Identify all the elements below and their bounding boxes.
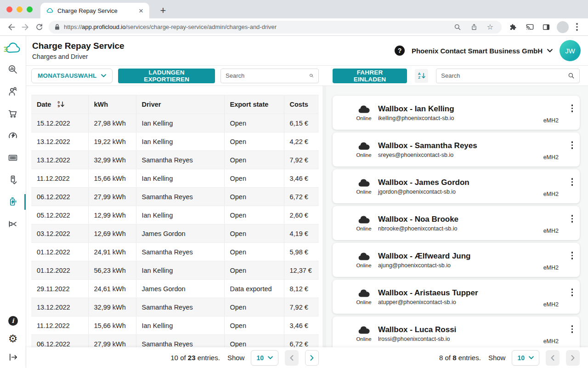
sidebar-item-store[interactable] xyxy=(0,103,26,125)
new-tab-button[interactable]: + xyxy=(157,4,170,17)
table-row[interactable]: 03.12.2022 12,69 kWh James Gordon Open 4… xyxy=(31,224,319,243)
drivers-prev-page-button[interactable] xyxy=(546,350,560,366)
sidebar-item-emma[interactable] xyxy=(0,169,26,191)
toolbar: MONATSAUSWAHL LADUNGEN EXPORTIEREN FAHRE… xyxy=(26,66,588,86)
sidebar-item-connect[interactable] xyxy=(0,213,26,235)
side-panel-button[interactable] xyxy=(539,20,553,34)
charges-scrollbar[interactable] xyxy=(322,86,326,347)
table-row[interactable]: 13.12.2022 32,99 kWh Samantha Reyes Open… xyxy=(31,298,319,316)
driver-card[interactable]: Online Wallbox - James Gordon jgordon@ph… xyxy=(333,169,580,203)
help-button[interactable]: ? xyxy=(395,46,405,56)
reload-button[interactable] xyxy=(32,20,46,34)
tab-close-icon[interactable]: × xyxy=(137,7,145,15)
export-charges-button[interactable]: LADUNGEN EXPORTIEREN xyxy=(118,69,215,83)
card-menu-button[interactable] xyxy=(570,250,575,261)
table-row[interactable]: 06.12.2022 27,99 kWh Samantha Reyes Open… xyxy=(31,335,319,348)
table-row[interactable]: 05.12.2022 12,99 kWh Ian Kelling Open 2,… xyxy=(31,206,319,224)
charges-search-input[interactable] xyxy=(226,72,306,79)
sidebar-item-logout[interactable] xyxy=(8,352,18,362)
avatar-initials: JW xyxy=(565,47,575,55)
extensions-button[interactable] xyxy=(506,20,520,34)
browser-tab[interactable]: Charge Repay Service × xyxy=(40,3,149,18)
window-controls xyxy=(6,6,33,12)
table-row[interactable]: 13.12.2022 32,99 kWh Samantha Reyes Open… xyxy=(31,151,319,169)
sidebar-item-user-management[interactable] xyxy=(0,80,26,103)
table-row[interactable]: 01.12.2022 56,23 kWh Ian Kelling Open 12… xyxy=(31,261,319,280)
wallbox-title: Wallbox - Ian Kelling xyxy=(378,104,580,114)
table-row[interactable]: 01.12.2022 24,91 kWh Samantha Reyes Open… xyxy=(31,243,319,261)
driver-card[interactable]: Online Wallbox - Ælfweard Jung ajung@pho… xyxy=(333,243,580,277)
bookmark-button[interactable]: ☆ xyxy=(484,23,496,31)
browser-action-icons xyxy=(506,20,582,34)
sidebar-item-charge-repay[interactable] xyxy=(0,191,26,213)
drivers-search-input[interactable] xyxy=(441,72,565,79)
card-menu-button[interactable] xyxy=(570,287,575,298)
alpha-sort-button[interactable]: AZ xyxy=(415,69,428,83)
invite-driver-button[interactable]: FAHRER EINLADEN xyxy=(333,69,407,83)
table-row[interactable]: 06.12.2022 27,99 kWh Samantha Reyes Open… xyxy=(31,188,319,206)
wallbox-title: Wallbox - Noa Brooke xyxy=(378,215,580,224)
drivers-next-page-button[interactable] xyxy=(566,350,580,366)
card-menu-button[interactable] xyxy=(570,176,575,188)
star-icon: ☆ xyxy=(487,23,493,31)
table-row[interactable]: 13.12.2022 19,22 kWh Ian Kelling Open 4,… xyxy=(31,132,319,151)
barcode-icon xyxy=(7,152,18,163)
charges-page-size-select[interactable]: 10 xyxy=(251,350,278,366)
browser-menu-button[interactable] xyxy=(572,21,582,33)
profile-avatar[interactable] xyxy=(556,20,570,34)
driver-card[interactable]: Online Wallbox - Samantha Reyes sreyes@p… xyxy=(333,132,580,167)
cell-driver: Samantha Reyes xyxy=(136,298,224,316)
device-check-icon xyxy=(7,174,18,185)
card-status: Online xyxy=(354,178,374,195)
chevron-right-icon xyxy=(310,355,314,361)
table-row[interactable]: 11.12.2022 15,66 kWh Ian Kelling Open 3,… xyxy=(31,169,319,188)
month-select-button[interactable]: MONATSAUSWAHL xyxy=(31,69,113,83)
status-label: Online xyxy=(356,299,371,305)
driver-card[interactable]: Online Wallbox - Noa Brooke nbrooke@phoe… xyxy=(333,206,580,240)
cast-button[interactable] xyxy=(523,20,537,34)
cell-date: 11.12.2022 xyxy=(31,169,88,188)
share-button[interactable] xyxy=(468,23,481,31)
back-button[interactable] xyxy=(5,20,18,34)
card-menu-button[interactable] xyxy=(570,139,575,151)
table-row[interactable]: 11.12.2022 15,66 kWh Ian Kelling Open 3,… xyxy=(31,316,319,335)
sidebar-item-info[interactable]: i xyxy=(8,316,18,326)
table-row[interactable]: 29.11.2022 24,61 kWh James Gordon Data e… xyxy=(31,280,319,298)
wallbox-model: eMH2 xyxy=(543,228,559,234)
window-close-button[interactable] xyxy=(6,6,12,12)
lock-icon xyxy=(54,23,60,30)
card-menu-button[interactable] xyxy=(570,103,575,114)
driver-card[interactable]: Online Wallbox - Ian Kelling ikelling@ph… xyxy=(333,96,580,130)
table-row[interactable]: 15.12.2022 27,98 kWh Ian Kelling Open 6,… xyxy=(31,114,319,132)
card-menu-button[interactable] xyxy=(570,213,575,224)
window-minimize-button[interactable] xyxy=(17,6,23,12)
driver-card[interactable]: Online Wallbox - Luca Rossi lrossi@phoen… xyxy=(333,316,580,347)
cell-costs: 6,72 € xyxy=(284,335,319,348)
sidebar-item-energy-management[interactable] xyxy=(0,125,26,147)
window-zoom-button[interactable] xyxy=(27,6,33,12)
cloud-online-icon xyxy=(357,288,371,298)
sidebar-item-monitoring[interactable] xyxy=(0,58,26,80)
cell-driver: Ian Kelling xyxy=(136,261,224,280)
drivers-entries-summary: 8 of 8 entries. xyxy=(439,354,481,362)
cell-export-state: Open xyxy=(224,335,284,348)
cell-kwh: 12,69 kWh xyxy=(88,224,136,243)
charges-next-page-button[interactable] xyxy=(305,350,319,366)
sidebar-item-settings[interactable]: ⚙ xyxy=(8,334,18,344)
company-switcher[interactable]: Phoenix Contact Smart Business GmbH xyxy=(412,47,553,55)
charges-prev-page-button[interactable] xyxy=(285,350,299,366)
forward-button[interactable] xyxy=(18,20,32,34)
column-header-date[interactable]: Date 09 xyxy=(31,95,88,114)
chevron-down-icon xyxy=(268,356,273,359)
url-field[interactable]: https://app.proficloud.io/services/charg… xyxy=(49,21,502,34)
card-menu-button[interactable] xyxy=(570,323,575,335)
wallbox-model: eMH2 xyxy=(543,301,559,308)
status-label: Online xyxy=(356,336,371,342)
driver-card[interactable]: Online Wallbox - Aristaeus Tupper atuppe… xyxy=(333,280,580,314)
search-this-page-button[interactable] xyxy=(451,23,464,31)
cloud-favicon xyxy=(46,7,54,14)
drivers-panel: Online Wallbox - Ian Kelling ikelling@ph… xyxy=(326,86,588,347)
sidebar-item-device-management[interactable] xyxy=(0,147,26,169)
drivers-page-size-select[interactable]: 10 xyxy=(512,350,539,366)
user-avatar[interactable]: JW xyxy=(560,40,581,61)
